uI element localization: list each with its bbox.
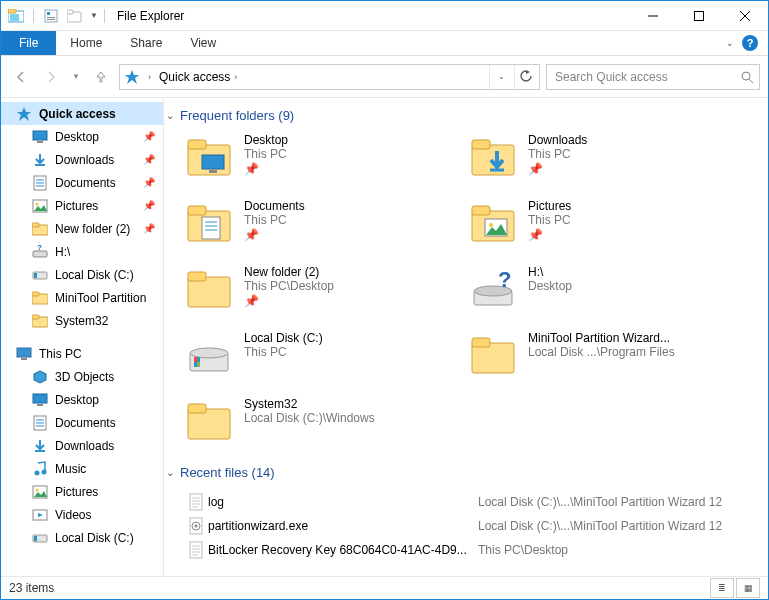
qat-dropdown-icon[interactable]: ▼: [88, 5, 100, 27]
folder-tile[interactable]: PicturesThis PC📌: [468, 199, 748, 247]
svg-rect-39: [33, 394, 47, 403]
window-controls: [630, 1, 768, 30]
tree-item[interactable]: Videos: [1, 503, 163, 526]
ribbon-expand-icon[interactable]: ⌄: [726, 38, 734, 48]
help-icon[interactable]: ?: [742, 35, 758, 51]
file-explorer-window: ▼ File Explorer File Home Share View ⌄ ?…: [0, 0, 769, 600]
tree-item[interactable]: Desktop📌: [1, 125, 163, 148]
folder-tile[interactable]: DesktopThis PC📌: [184, 133, 464, 181]
folder-icon: [31, 290, 49, 306]
address-box[interactable]: › Quick access› ⌄: [119, 64, 540, 90]
folder-location: This PC: [528, 213, 571, 227]
view-icons-button[interactable]: ▦: [736, 578, 760, 598]
svg-rect-37: [21, 358, 27, 360]
tab-view[interactable]: View: [176, 31, 230, 55]
address-dropdown[interactable]: ⌄: [489, 65, 512, 89]
navigation-tree[interactable]: Quick access Desktop📌Downloads📌Documents…: [1, 98, 164, 576]
tree-item[interactable]: MiniTool Partition: [1, 286, 163, 309]
tab-home[interactable]: Home: [56, 31, 116, 55]
file-tab[interactable]: File: [1, 31, 56, 55]
up-button[interactable]: [89, 65, 113, 89]
tree-item[interactable]: Documents📌: [1, 171, 163, 194]
folder-tile[interactable]: System32Local Disk (C:)\Windows: [184, 397, 464, 445]
folder-tile[interactable]: MiniTool Partition Wizard...Local Disk .…: [468, 331, 748, 379]
pin-icon: 📌: [528, 162, 587, 176]
folder-name: Downloads: [528, 133, 587, 147]
tree-this-pc[interactable]: This PC: [1, 342, 163, 365]
back-button[interactable]: [9, 65, 33, 89]
svg-rect-3: [45, 10, 57, 22]
3d-icon: [31, 369, 49, 385]
svg-rect-55: [188, 140, 206, 149]
folder-tile[interactable]: ?H:\Desktop: [468, 265, 748, 313]
desktop-icon: [31, 129, 49, 145]
pin-icon: 📌: [244, 228, 305, 242]
folder-name: Documents: [244, 199, 305, 213]
tree-item[interactable]: 3D Objects: [1, 365, 163, 388]
svg-text:?: ?: [37, 245, 42, 252]
content-area: Quick access Desktop📌Downloads📌Documents…: [1, 98, 768, 576]
folder-location: Local Disk ...\Program Files: [528, 345, 675, 359]
tab-share[interactable]: Share: [116, 31, 176, 55]
main-pane[interactable]: ⌄ Frequent folders (9) DesktopThis PC📌Do…: [164, 98, 768, 576]
svg-rect-85: [190, 494, 202, 510]
svg-rect-33: [32, 292, 39, 296]
tree-item[interactable]: Music: [1, 457, 163, 480]
group-frequent-folders[interactable]: ⌄ Frequent folders (9): [166, 108, 764, 123]
svg-rect-80: [197, 362, 200, 367]
maximize-button[interactable]: [676, 1, 722, 30]
svg-rect-8: [67, 10, 73, 14]
tree-item-label: Downloads: [55, 439, 114, 453]
tree-item[interactable]: ?H:\: [1, 240, 163, 263]
tree-item[interactable]: Downloads: [1, 434, 163, 457]
recent-file-path: Local Disk (C:)\...\MiniTool Partition W…: [478, 495, 722, 509]
new-folder-icon[interactable]: [64, 5, 86, 27]
tree-item[interactable]: Downloads📌: [1, 148, 163, 171]
minimize-button[interactable]: [630, 1, 676, 30]
folder-icon: [184, 331, 234, 379]
folder-tile[interactable]: DownloadsThis PC📌: [468, 133, 748, 181]
tree-item[interactable]: System32: [1, 309, 163, 332]
tree-quick-access[interactable]: Quick access: [1, 102, 163, 125]
group-recent-files[interactable]: ⌄ Recent files (14): [166, 465, 764, 480]
folder-icon: [184, 397, 234, 445]
tree-item-label: H:\: [55, 245, 70, 259]
chevron-right-icon[interactable]: ›: [144, 72, 155, 82]
file-icon: [184, 541, 208, 559]
ribbon: File Home Share View ⌄ ?: [1, 31, 768, 56]
tree-item[interactable]: Desktop: [1, 388, 163, 411]
tree-item[interactable]: Local Disk (C:): [1, 526, 163, 549]
folder-name: Pictures: [528, 199, 571, 213]
properties-icon[interactable]: [40, 5, 62, 27]
folder-location: Desktop: [528, 279, 572, 293]
history-dropdown[interactable]: ▼: [69, 65, 83, 89]
svg-rect-10: [695, 11, 704, 20]
search-box[interactable]: [546, 64, 760, 90]
folder-name: Desktop: [244, 133, 288, 147]
refresh-button[interactable]: [514, 65, 537, 89]
tree-item[interactable]: Pictures: [1, 480, 163, 503]
recent-file-row[interactable]: BitLocker Recovery Key 68C064C0-41AC-4D9…: [184, 538, 764, 562]
folder-tile[interactable]: New folder (2)This PC\Desktop📌: [184, 265, 464, 313]
address-bar: ▼ › Quick access› ⌄: [1, 56, 768, 98]
svg-rect-5: [47, 17, 55, 18]
recent-file-row[interactable]: partitionwizard.exeLocal Disk (C:)\...\M…: [184, 514, 764, 538]
tree-item[interactable]: New folder (2)📌: [1, 217, 163, 240]
svg-point-49: [36, 488, 39, 491]
pin-icon: 📌: [143, 223, 155, 234]
forward-button[interactable]: [39, 65, 63, 89]
folder-tile[interactable]: DocumentsThis PC📌: [184, 199, 464, 247]
search-input[interactable]: [553, 69, 740, 85]
svg-point-46: [35, 470, 40, 475]
tree-item[interactable]: Pictures📌: [1, 194, 163, 217]
desktop-icon: [31, 392, 49, 408]
folder-location: This PC: [244, 345, 323, 359]
tree-item-label: Desktop: [55, 130, 99, 144]
view-details-button[interactable]: ≣: [710, 578, 734, 598]
folder-tile[interactable]: Local Disk (C:)This PC: [184, 331, 464, 379]
tree-item[interactable]: Local Disk (C:): [1, 263, 163, 286]
close-button[interactable]: [722, 1, 768, 30]
svg-rect-57: [209, 170, 217, 173]
recent-file-row[interactable]: logLocal Disk (C:)\...\MiniTool Partitio…: [184, 490, 764, 514]
tree-item[interactable]: Documents: [1, 411, 163, 434]
